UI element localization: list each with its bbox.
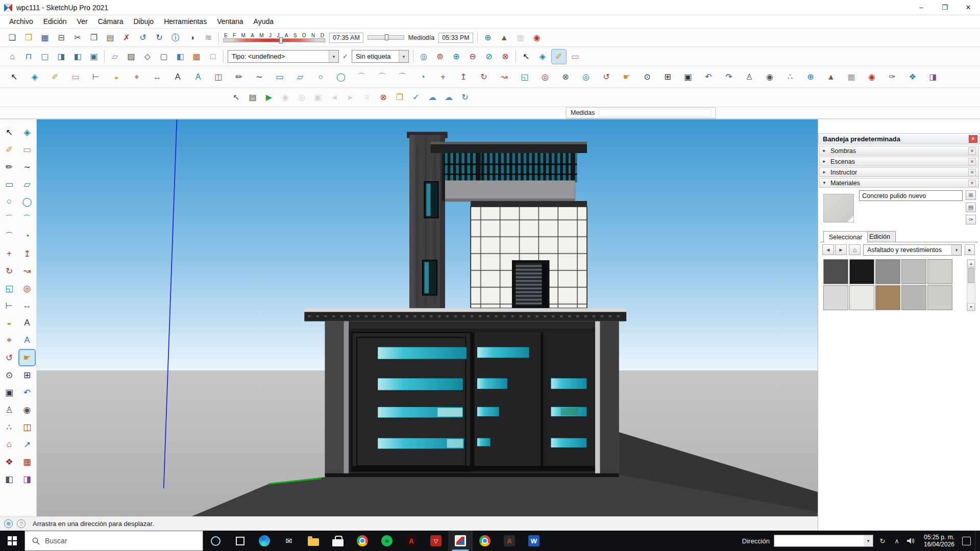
push-pull-button[interactable]: ↥ xyxy=(456,70,471,84)
orbit-tool-button[interactable]: ↺ xyxy=(599,70,614,84)
shadow-date-slider[interactable]: EFMAMJJASOND xyxy=(223,33,325,42)
taskbar-app-cortana[interactable] xyxy=(203,531,228,551)
close-icon[interactable]: ✕ xyxy=(968,169,976,176)
arc-tool-button[interactable]: ⌒ xyxy=(2,211,17,227)
paint-bucket-button[interactable]: ✐ xyxy=(2,142,17,157)
walk-tool-button[interactable]: ∴ xyxy=(783,70,797,84)
back-button[interactable]: ◄ xyxy=(822,244,834,255)
taskbar-app-spotify[interactable]: ≈ xyxy=(375,531,399,551)
arc-tool-button[interactable]: ⌒ xyxy=(354,70,369,84)
cursor-mode-button[interactable]: ↖ xyxy=(229,90,243,105)
material-swatch-madera-listones[interactable] xyxy=(875,285,900,310)
menu-ventana[interactable]: Ventana xyxy=(212,15,248,28)
freehand-tool-button[interactable]: ∼ xyxy=(252,70,266,84)
match-photo-button[interactable]: ◉ xyxy=(530,31,544,45)
zoom-extents-button[interactable]: ▣ xyxy=(2,385,17,400)
create-physical-camera-button[interactable]: ◉ xyxy=(278,90,292,105)
section-plane-button[interactable]: ◫ xyxy=(19,419,35,435)
print-button[interactable]: ⊟ xyxy=(54,31,68,45)
previous-view-button[interactable]: ↶ xyxy=(701,70,716,84)
volume-icon[interactable] xyxy=(906,537,916,545)
tray-section-sombras[interactable]: ►Sombras✕ xyxy=(819,146,979,156)
eraser-tool-button[interactable]: ▭ xyxy=(19,142,35,157)
action-center-icon[interactable] xyxy=(962,537,971,545)
menu-dibujo[interactable]: Dibujo xyxy=(128,15,159,28)
iso-view-button[interactable]: ⌂ xyxy=(5,49,19,64)
two-point-arc-button[interactable]: ⌒ xyxy=(375,70,389,84)
paint-bucket-button[interactable]: ✐ xyxy=(552,49,566,64)
orbit-tool-button[interactable]: ↺ xyxy=(2,350,17,365)
menu-herramientas[interactable]: Herramientas xyxy=(159,15,212,28)
next-view-button[interactable]: ↷ xyxy=(722,70,736,84)
look-around-button[interactable]: ◉ xyxy=(19,402,35,417)
rotate-tool-button[interactable]: ↻ xyxy=(2,263,17,279)
trimble-save-check-button[interactable]: ✓ xyxy=(409,90,423,105)
material-category-dropdown[interactable]: Asfaltado y revestimientos ▾ xyxy=(863,244,962,256)
scene-list-button[interactable]: ▤ xyxy=(246,90,260,105)
taskbar-app-store[interactable] xyxy=(326,531,350,551)
menu-ver[interactable]: Ver xyxy=(72,15,93,28)
outer-shell-button[interactable]: ◎ xyxy=(416,49,431,64)
split-button[interactable]: ⊗ xyxy=(498,49,512,64)
shadow-time-slider[interactable] xyxy=(368,35,404,40)
trimble-sync-button[interactable]: ↻ xyxy=(458,90,472,105)
shadows-dialog-button[interactable]: ◑ xyxy=(185,31,199,45)
eraser-button[interactable]: ▭ xyxy=(568,49,582,64)
time-slider-thumb[interactable] xyxy=(385,34,388,40)
taskbar-app-file-explorer[interactable] xyxy=(301,531,326,551)
material-swatch-asfalto-oscuro[interactable] xyxy=(823,259,848,284)
line-tool-button[interactable]: ✏ xyxy=(232,70,246,84)
home-button[interactable]: ⌂ xyxy=(849,244,861,255)
tray-close-button[interactable]: ✕ xyxy=(969,135,977,143)
material-swatch-revestimiento-claro[interactable] xyxy=(927,285,952,310)
geolocation-icon[interactable]: ⊕ xyxy=(4,519,13,528)
styles-browser-button[interactable]: ◨ xyxy=(926,70,940,84)
zoom-tool-button[interactable]: ⊙ xyxy=(640,70,654,84)
fog-button[interactable]: ≋ xyxy=(201,31,215,45)
tab-edicion[interactable]: Edición xyxy=(864,231,896,242)
taskbar-app-acrobat-reader[interactable]: ▽ xyxy=(424,531,448,551)
three-d-text-button[interactable]: A xyxy=(19,333,35,348)
material-swatch-revestimiento-rugoso[interactable] xyxy=(927,259,952,284)
line-tool-button[interactable]: ✏ xyxy=(2,159,17,174)
back-view-button[interactable]: ▣ xyxy=(87,49,101,64)
classifier-dropdown[interactable]: Tipo: <undefined> ▾ xyxy=(228,50,339,63)
union-button[interactable]: ⊕ xyxy=(449,49,463,64)
photo-textures-button[interactable]: ▦ xyxy=(844,70,859,84)
taskbar-app-chrome-profile[interactable] xyxy=(473,531,497,551)
layout-button[interactable]: ▦ xyxy=(19,454,35,469)
camera-settings-button[interactable]: ≡ xyxy=(360,90,374,105)
protractor-button[interactable]: ◒ xyxy=(2,315,17,331)
scroll-up-icon[interactable]: ▲ xyxy=(967,260,975,267)
minimize-button[interactable]: – xyxy=(910,0,933,15)
rotated-rectangle-button[interactable]: ▱ xyxy=(293,70,307,84)
photo-textures-button[interactable]: ▦ xyxy=(513,31,528,45)
rectangle-tool-button[interactable]: ▭ xyxy=(273,70,287,84)
close-icon[interactable]: ✕ xyxy=(968,147,976,155)
scrollbar-track[interactable] xyxy=(967,284,975,303)
select-tool-button[interactable]: ↖ xyxy=(2,124,17,140)
share-model-button[interactable]: ↗ xyxy=(19,437,35,452)
zoom-window-button[interactable]: ⊞ xyxy=(660,70,675,84)
push-pull-button[interactable]: ↥ xyxy=(19,246,35,261)
taskbar-app-autocad[interactable]: A xyxy=(497,531,522,551)
tags-dropdown[interactable]: Sin etiqueta ▾ xyxy=(352,50,409,63)
look-through-camera-button[interactable]: ◎ xyxy=(295,90,309,105)
protractor-button[interactable]: ◒ xyxy=(109,70,124,84)
start-button[interactable] xyxy=(0,531,24,551)
copy-button[interactable]: ❐ xyxy=(87,31,101,45)
close-icon[interactable]: ✕ xyxy=(968,180,976,187)
hidden-icons-chevron[interactable]: ∧ xyxy=(892,537,902,545)
menu-edicion[interactable]: Edición xyxy=(38,15,72,28)
forward-button[interactable]: ► xyxy=(835,244,847,255)
walk-tool-button[interactable]: ∴ xyxy=(2,419,17,435)
zoom-extents-button[interactable]: ▣ xyxy=(681,70,695,84)
address-go-icon[interactable]: ↻ xyxy=(877,537,888,545)
trimble-open-button[interactable]: ❒ xyxy=(393,90,407,105)
taskbar-app-edge[interactable] xyxy=(252,531,277,551)
rotated-rectangle-button[interactable]: ▱ xyxy=(19,177,35,192)
hidden-line-button[interactable]: ▢ xyxy=(157,49,171,64)
polygon-tool-button[interactable]: ◯ xyxy=(19,194,35,209)
maximize-button[interactable]: ❐ xyxy=(933,0,957,15)
taskbar-app-word[interactable]: W xyxy=(522,531,546,551)
